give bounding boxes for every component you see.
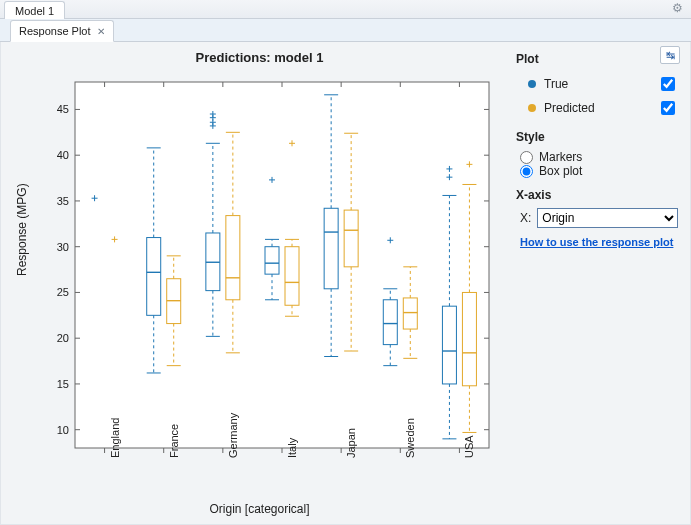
x-tick-label: Japan: [345, 428, 357, 458]
plot-pane: Predictions: model 1 1015202530354045 Re…: [9, 48, 510, 516]
document-tab-response-plot[interactable]: Response Plot ✕: [10, 20, 114, 42]
help-link[interactable]: How to use the response plot: [516, 234, 682, 250]
legend-label: Predicted: [544, 101, 649, 115]
svg-text:30: 30: [57, 241, 69, 253]
svg-text:10: 10: [57, 424, 69, 436]
style-radio-box-plot[interactable]: [520, 165, 533, 178]
close-icon[interactable]: ✕: [97, 26, 105, 37]
x-tick-label: Germany: [227, 413, 239, 458]
toolstrip-tab-label: Model 1: [15, 5, 54, 17]
style-option-label: Box plot: [539, 164, 582, 178]
style-header: Style: [516, 130, 682, 144]
svg-rect-0: [75, 82, 489, 448]
svg-text:25: 25: [57, 286, 69, 298]
svg-text:35: 35: [57, 195, 69, 207]
style-option-row: Markers: [516, 150, 682, 164]
legend-label: True: [544, 77, 649, 91]
legend-checkbox-predicted[interactable]: [661, 101, 675, 115]
document-tab-bar: Response Plot ✕: [0, 19, 691, 42]
xaxis-header: X-axis: [516, 188, 682, 202]
toolstrip: Model 1 ⚙: [0, 0, 691, 19]
legend-marker-icon: [528, 104, 536, 112]
legend-row-predicted: Predicted: [516, 96, 682, 120]
x-tick-label: Italy: [286, 438, 298, 458]
xaxis-label: X:: [520, 211, 531, 225]
expand-panel-button[interactable]: ↹: [660, 46, 680, 64]
x-tick-label: USA: [463, 435, 475, 458]
svg-text:20: 20: [57, 332, 69, 344]
svg-text:40: 40: [57, 149, 69, 161]
svg-text:15: 15: [57, 378, 69, 390]
x-tick-label: Sweden: [404, 418, 416, 458]
legend-checkbox-true[interactable]: [661, 77, 675, 91]
x-tick-label: France: [168, 424, 180, 458]
legend-row-true: True: [516, 72, 682, 96]
legend-marker-icon: [528, 80, 536, 88]
x-tick-label: England: [109, 418, 121, 458]
svg-text:45: 45: [57, 103, 69, 115]
plot-title: Predictions: model 1: [9, 50, 510, 65]
style-radio-markers[interactable]: [520, 151, 533, 164]
toolstrip-tab-model1[interactable]: Model 1: [4, 1, 65, 19]
options-panel: Plot TruePredicted Style MarkersBox plot…: [516, 48, 682, 516]
style-option-row: Box plot: [516, 164, 682, 178]
response-boxplot: 1015202530354045: [9, 68, 499, 518]
style-option-label: Markers: [539, 150, 582, 164]
document-tab-label: Response Plot: [19, 25, 91, 37]
gear-icon[interactable]: ⚙: [672, 1, 683, 15]
y-axis-label: Response (MPG): [15, 183, 29, 276]
xaxis-select[interactable]: Origin: [537, 208, 678, 228]
x-axis-label: Origin [categorical]: [9, 502, 510, 516]
legend-header: Plot: [516, 52, 682, 66]
